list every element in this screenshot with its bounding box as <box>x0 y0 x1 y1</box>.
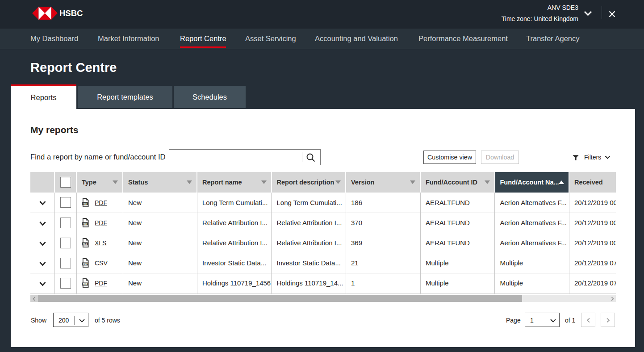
svg-text:PDF: PDF <box>83 283 87 285</box>
svg-text:CSV: CSV <box>83 263 88 265</box>
svg-text:PDF: PDF <box>83 222 87 225</box>
svg-text:XLS: XLS <box>83 243 88 245</box>
svg-text:PDF: PDF <box>83 202 87 205</box>
